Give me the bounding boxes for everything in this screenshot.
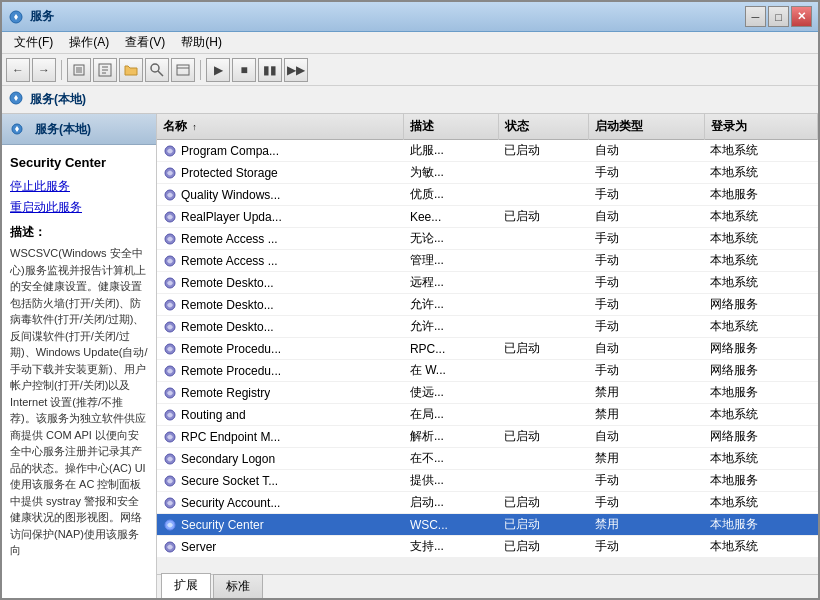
service-startup-cell: 自动 bbox=[589, 426, 704, 448]
tab-standard[interactable]: 标准 bbox=[213, 574, 263, 598]
service-login-cell: 本地系统 bbox=[704, 250, 817, 272]
table-row[interactable]: Routing and 在局...禁用本地系统 bbox=[157, 404, 818, 426]
service-name-cell: Security Center bbox=[157, 514, 404, 536]
table-row[interactable]: Remote Access ... 管理...手动本地系统 bbox=[157, 250, 818, 272]
table-row[interactable]: RealPlayer Upda... Kee...已启动自动本地系统 bbox=[157, 206, 818, 228]
pause-button[interactable]: ▮▮ bbox=[258, 58, 282, 82]
menu-help[interactable]: 帮助(H) bbox=[173, 32, 230, 53]
table-row[interactable]: Remote Access ... 无论...手动本地系统 bbox=[157, 228, 818, 250]
right-panel: 名称 ↑ 描述 状态 启动类型 登录为 Program C bbox=[157, 114, 818, 598]
service-name-cell: Server bbox=[157, 536, 404, 558]
table-row[interactable]: Protected Storage 为敏...手动本地系统 bbox=[157, 162, 818, 184]
address-text: 服务(本地) bbox=[30, 91, 86, 108]
left-panel: 服务(本地) Security Center 停止此服务 重启动此服务 描述： … bbox=[2, 114, 157, 598]
menu-bar: 文件(F) 操作(A) 查看(V) 帮助(H) bbox=[2, 32, 818, 54]
service-name-cell: Quality Windows... bbox=[157, 184, 404, 206]
menu-file[interactable]: 文件(F) bbox=[6, 32, 61, 53]
service-desc-cell: 在 W... bbox=[404, 360, 498, 382]
col-startup[interactable]: 启动类型 bbox=[589, 114, 704, 140]
table-row[interactable]: Remote Deskto... 允许...手动本地系统 bbox=[157, 316, 818, 338]
table-body: Program Compa... 此服...已启动自动本地系统 Protecte… bbox=[157, 140, 818, 558]
table-row[interactable]: Security Account... 启动...已启动手动本地系统 bbox=[157, 492, 818, 514]
service-name-cell: Routing and bbox=[157, 404, 404, 426]
play-button[interactable]: ▶ bbox=[206, 58, 230, 82]
col-desc[interactable]: 描述 bbox=[404, 114, 498, 140]
service-status-cell bbox=[498, 272, 589, 294]
sort-arrow: ↑ bbox=[192, 122, 197, 132]
tab-extended[interactable]: 扩展 bbox=[161, 573, 211, 598]
table-row[interactable]: Remote Deskto... 允许...手动网络服务 bbox=[157, 294, 818, 316]
service-name-cell: Remote Procedu... bbox=[157, 338, 404, 360]
service-startup-cell: 手动 bbox=[589, 162, 704, 184]
folder-button[interactable] bbox=[119, 58, 143, 82]
toolbar: ← → ▶ ■ ▮▮ ▶▶ bbox=[2, 54, 818, 86]
service-status-cell bbox=[498, 250, 589, 272]
service-startup-cell: 手动 bbox=[589, 360, 704, 382]
service-login-cell: 本地系统 bbox=[704, 162, 817, 184]
left-panel-icon bbox=[10, 120, 31, 136]
service-status-cell: 已启动 bbox=[498, 426, 589, 448]
service-login-cell: 本地系统 bbox=[704, 492, 817, 514]
service-status-cell: 已启动 bbox=[498, 492, 589, 514]
table-row[interactable]: Remote Procedu... RPC...已启动自动网络服务 bbox=[157, 338, 818, 360]
close-button[interactable]: ✕ bbox=[791, 6, 812, 27]
table-row[interactable]: Server 支持...已启动手动本地系统 bbox=[157, 536, 818, 558]
table-row[interactable]: Remote Deskto... 远程...手动本地系统 bbox=[157, 272, 818, 294]
table-row[interactable]: Secure Socket T... 提供...手动本地服务 bbox=[157, 470, 818, 492]
service-status-cell bbox=[498, 184, 589, 206]
service-startup-cell: 禁用 bbox=[589, 404, 704, 426]
up-button[interactable] bbox=[67, 58, 91, 82]
service-name-cell: RPC Endpoint M... bbox=[157, 426, 404, 448]
minimize-button[interactable]: ─ bbox=[745, 6, 766, 27]
service-login-cell: 本地系统 bbox=[704, 140, 817, 162]
col-name[interactable]: 名称 ↑ bbox=[157, 114, 404, 140]
table-row[interactable]: RPC Endpoint M... 解析...已启动自动网络服务 bbox=[157, 426, 818, 448]
service-startup-cell: 自动 bbox=[589, 206, 704, 228]
table-row[interactable]: Secondary Logon 在不...禁用本地系统 bbox=[157, 448, 818, 470]
bottom-tabs: 扩展 标准 bbox=[157, 574, 818, 598]
table-row[interactable]: Program Compa... 此服...已启动自动本地系统 bbox=[157, 140, 818, 162]
col-status[interactable]: 状态 bbox=[498, 114, 589, 140]
restart-button[interactable]: ▶▶ bbox=[284, 58, 308, 82]
service-startup-cell: 手动 bbox=[589, 294, 704, 316]
table-row[interactable]: Remote Procedu... 在 W...手动网络服务 bbox=[157, 360, 818, 382]
service-login-cell: 本地系统 bbox=[704, 536, 817, 558]
service-status-cell bbox=[498, 470, 589, 492]
toolbar-separator-1 bbox=[61, 60, 62, 80]
forward-button[interactable]: → bbox=[32, 58, 56, 82]
back-button[interactable]: ← bbox=[6, 58, 30, 82]
stop-button[interactable]: ■ bbox=[232, 58, 256, 82]
table-row[interactable]: Quality Windows... 优质...手动本地服务 bbox=[157, 184, 818, 206]
table-row[interactable]: Remote Registry 使远...禁用本地服务 bbox=[157, 382, 818, 404]
service-desc-cell: Kee... bbox=[404, 206, 498, 228]
service-login-cell: 本地系统 bbox=[704, 448, 817, 470]
col-login[interactable]: 登录为 bbox=[704, 114, 817, 140]
stop-service-link[interactable]: 停止此服务 bbox=[10, 178, 148, 195]
service-desc-cell: 解析... bbox=[404, 426, 498, 448]
search-button[interactable] bbox=[145, 58, 169, 82]
app-icon bbox=[8, 9, 24, 25]
service-desc-cell: 优质... bbox=[404, 184, 498, 206]
folder2-button[interactable] bbox=[171, 58, 195, 82]
table-row[interactable]: Security Center WSC...已启动禁用本地服务 bbox=[157, 514, 818, 536]
main-content: 服务(本地) Security Center 停止此服务 重启动此服务 描述： … bbox=[2, 114, 818, 598]
service-name-cell: Remote Deskto... bbox=[157, 316, 404, 338]
service-desc-cell: RPC... bbox=[404, 338, 498, 360]
service-login-cell: 本地系统 bbox=[704, 272, 817, 294]
maximize-button[interactable]: □ bbox=[768, 6, 789, 27]
services-table: 名称 ↑ 描述 状态 启动类型 登录为 Program C bbox=[157, 114, 818, 558]
restart-service-link[interactable]: 重启动此服务 bbox=[10, 199, 148, 216]
service-name-cell: Remote Access ... bbox=[157, 250, 404, 272]
menu-view[interactable]: 查看(V) bbox=[117, 32, 173, 53]
address-bar: 服务(本地) bbox=[2, 86, 818, 114]
service-startup-cell: 手动 bbox=[589, 316, 704, 338]
menu-action[interactable]: 操作(A) bbox=[61, 32, 117, 53]
table-scroll[interactable]: 名称 ↑ 描述 状态 启动类型 登录为 Program C bbox=[157, 114, 818, 574]
service-login-cell: 网络服务 bbox=[704, 294, 817, 316]
service-name-cell: Secure Socket T... bbox=[157, 470, 404, 492]
service-desc-cell: 此服... bbox=[404, 140, 498, 162]
svg-rect-9 bbox=[177, 65, 189, 75]
service-desc-cell: WSC... bbox=[404, 514, 498, 536]
service-startup-cell: 手动 bbox=[589, 536, 704, 558]
show-button[interactable] bbox=[93, 58, 117, 82]
